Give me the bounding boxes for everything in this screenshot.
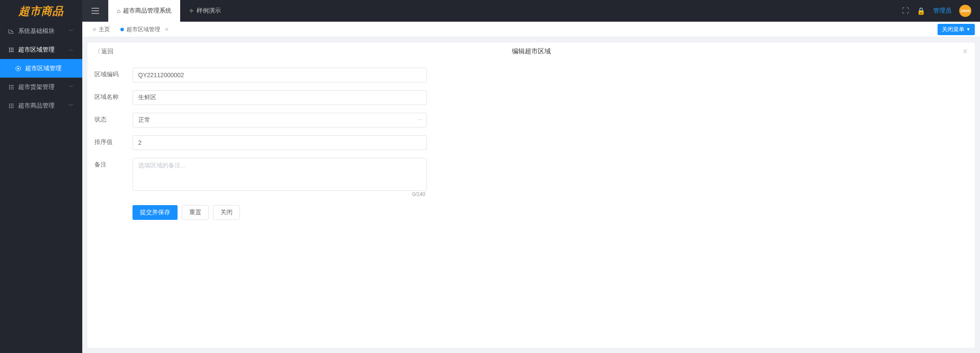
back-label: 返回 xyxy=(101,48,113,56)
panel-title: 编辑超市区域 xyxy=(512,47,551,56)
name-label: 区域名称 xyxy=(94,90,133,101)
close-button[interactable]: 关闭 xyxy=(213,205,240,220)
close-menu-button[interactable]: 关闭菜单 ▼ xyxy=(938,24,975,35)
sidebar-item-area-mgmt[interactable]: 超市区域管理 ︿ xyxy=(0,40,82,59)
hamburger-icon xyxy=(91,8,99,14)
sidebar-item-label: 超市货架管理 xyxy=(18,83,55,91)
char-count: 0/240 xyxy=(133,191,427,197)
code-label: 区域编码 xyxy=(94,68,133,78)
status-label: 状态 xyxy=(94,113,133,124)
sidebar-submenu: 超市区域管理 xyxy=(0,59,82,78)
grid-icon xyxy=(9,47,14,52)
top-tab-label: 样例演示 xyxy=(197,7,221,15)
chevron-down-icon: ﹀ xyxy=(68,102,74,109)
top-tabs: ⌂ 超市商品管理系统 ✧ 样例演示 xyxy=(108,0,230,22)
sidebar-subitem-area-mgmt[interactable]: 超市区域管理 xyxy=(0,59,82,78)
caret-down-icon: ▼ xyxy=(966,27,970,32)
sidebar-item-label: 超市区域管理 xyxy=(18,46,55,54)
logo[interactable]: 超市商品 xyxy=(0,0,82,22)
close-icon[interactable]: ✕ xyxy=(165,26,169,33)
panel: 〈 返回 编辑超市区域 ✕ 区域编码 xyxy=(87,42,975,348)
close-menu-label: 关闭菜单 xyxy=(942,26,964,33)
form: 区域编码 区域名称 状态 xyxy=(87,61,434,230)
sidebar-subitem-label: 超市区域管理 xyxy=(25,65,61,72)
chevron-down-icon: ﹀ xyxy=(68,27,74,35)
submit-button[interactable]: 提交并保存 xyxy=(133,205,178,220)
chevron-left-icon: 〈 xyxy=(94,48,100,56)
code-input[interactable] xyxy=(133,68,427,82)
sidebar-item-label: 超市商品管理 xyxy=(18,102,55,110)
main: 主页 超市区域管理 ✕ 关闭菜单 ▼ xyxy=(82,22,980,353)
sidebar: 系统基础模块 ﹀ 超市区域管理 ︿ 超市区域管理 超市货架管理 ﹀ xyxy=(0,22,82,353)
page-tab-home[interactable]: 主页 xyxy=(87,22,115,37)
sort-input[interactable] xyxy=(133,135,427,150)
grid-icon xyxy=(9,103,14,108)
lock-icon[interactable]: 🔒 xyxy=(917,7,925,15)
page-tab-area-mgmt[interactable]: 超市区域管理 ✕ xyxy=(115,22,174,37)
sidebar-item-shelf-mgmt[interactable]: 超市货架管理 ﹀ xyxy=(0,78,82,96)
page-tab-label: 超市区域管理 xyxy=(126,26,160,33)
panel-header: 〈 返回 编辑超市区域 ✕ xyxy=(87,42,975,61)
sidebar-item-label: 系统基础模块 xyxy=(18,27,55,35)
remark-label: 备注 xyxy=(94,158,133,169)
fullscreen-icon[interactable]: ⛶ xyxy=(902,7,909,15)
name-input[interactable] xyxy=(133,90,427,105)
chevron-down-icon: ﹀ xyxy=(68,83,74,91)
chart-icon xyxy=(9,29,14,33)
chevron-up-icon: ︿ xyxy=(68,46,74,53)
back-button[interactable]: 〈 返回 xyxy=(94,48,113,56)
remark-textarea[interactable] xyxy=(133,158,427,191)
status-select[interactable] xyxy=(133,113,427,127)
sidebar-item-product-mgmt[interactable]: 超市商品管理 ﹀ xyxy=(0,96,82,115)
logo-text: 超市商品 xyxy=(19,4,64,18)
top-tab-demo[interactable]: ✧ 样例演示 xyxy=(180,0,230,22)
header-right: ⛶ 🔒 管理员 JAVA xyxy=(902,5,980,17)
header: 超市商品 ⌂ 超市商品管理系统 ✧ 样例演示 ⛶ 🔒 管理员 JAVA xyxy=(0,0,980,22)
panel-close-button[interactable]: ✕ xyxy=(962,47,968,56)
admin-link[interactable]: 管理员 xyxy=(933,7,951,15)
home-icon: ⌂ xyxy=(117,7,120,14)
top-tab-label: 超市商品管理系统 xyxy=(123,7,171,15)
sparkle-icon: ✧ xyxy=(189,7,194,14)
top-tab-system[interactable]: ⌂ 超市商品管理系统 xyxy=(108,0,180,22)
sort-label: 排序值 xyxy=(94,135,133,146)
reset-button[interactable]: 重置 xyxy=(182,205,209,220)
dot-icon xyxy=(93,28,96,31)
sidebar-item-system-base[interactable]: 系统基础模块 ﹀ xyxy=(0,22,82,40)
grid-icon xyxy=(9,85,14,90)
target-icon xyxy=(16,66,21,71)
page-tabs: 主页 超市区域管理 ✕ 关闭菜单 ▼ xyxy=(82,22,980,37)
avatar[interactable]: JAVA xyxy=(959,5,971,17)
hamburger-button[interactable] xyxy=(82,0,108,22)
dot-icon xyxy=(120,28,124,31)
page-tab-label: 主页 xyxy=(99,26,110,33)
